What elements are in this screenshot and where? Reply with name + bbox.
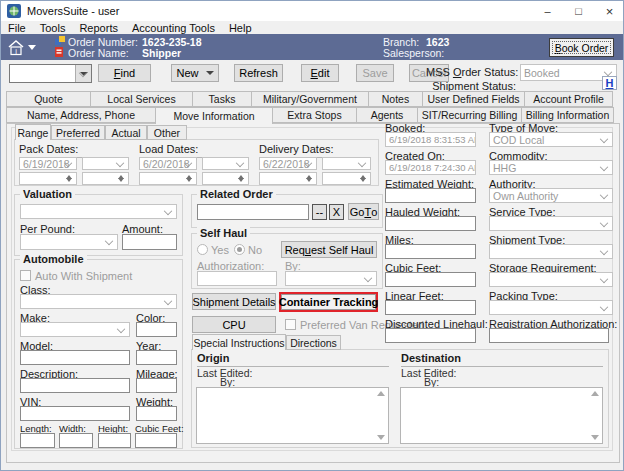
tab-directions[interactable]: Directions [286,335,341,350]
pack-time-spinner[interactable] [19,172,77,185]
scroll-down-icon[interactable] [591,435,599,440]
tab-billing-information[interactable]: Billing Information [521,107,614,123]
tab-sit-recurring-billing[interactable]: SIT/Recurring Billing [417,107,522,123]
cubic-feet-input[interactable] [385,272,476,287]
delivery-date-select-2[interactable] [322,157,371,170]
new-button[interactable]: New [171,64,219,82]
self-haul-no-radio[interactable] [234,244,245,255]
subtab-other[interactable]: Other [147,125,187,140]
scroll-down-icon[interactable] [377,435,385,440]
shipment-details-button[interactable]: Shipment Details [192,293,276,310]
close-button[interactable]: × [594,1,624,21]
miles-input[interactable] [385,244,476,259]
menu-file[interactable]: File [1,22,33,34]
auto-cubic-feet-input[interactable] [135,433,177,448]
combo-dropdown-button[interactable] [75,65,91,82]
shipment-status-history-button[interactable]: H [602,76,617,90]
minimize-button[interactable]: – [532,1,563,21]
edit-button[interactable]: Edit [301,64,339,82]
menu-tools[interactable]: Tools [33,22,73,34]
load-time-spinner-2[interactable] [202,172,249,185]
linear-feet-input[interactable] [385,300,476,315]
go-to-button[interactable]: Go To [348,203,379,220]
order-search-combo[interactable] [9,64,92,83]
menu-accounting-tools[interactable]: Accounting Tools [125,22,222,34]
service-type-select[interactable] [489,216,613,231]
related-order-clear-button[interactable]: X [329,204,344,220]
height-input[interactable] [98,433,131,448]
mileage-input[interactable] [136,378,177,393]
tab-tasks[interactable]: Tasks [192,91,252,107]
tab-extra-stops[interactable]: Extra Stops [272,107,357,123]
find-button[interactable]: Find [98,64,151,82]
destination-instructions-textarea[interactable] [400,387,603,444]
packing-type-select[interactable] [489,300,613,315]
scroll-up-icon[interactable] [377,391,385,396]
year-input[interactable] [136,350,177,365]
tab-move-information[interactable]: Move Information [155,107,273,124]
vin-input[interactable] [20,406,130,421]
authority-select[interactable]: Own Authority [489,188,613,203]
weight-input[interactable] [136,406,177,421]
menu-reports[interactable]: Reports [72,22,125,34]
container-tracking-button[interactable]: Container Tracking [281,294,376,310]
delivery-time-spinner-2[interactable] [322,172,371,185]
length-input[interactable] [20,433,55,448]
cpu-button[interactable]: CPU [192,316,276,333]
per-pound-select[interactable] [20,234,118,250]
related-order-browse-button[interactable]: -- [312,204,327,220]
valuation-select[interactable] [20,204,177,219]
request-self-haul-button[interactable]: Request Self Haul [281,241,377,258]
book-order-button[interactable]: Book Order [549,38,614,57]
subtab-range[interactable]: Range [15,124,51,140]
registration-authorization-input[interactable] [489,328,609,343]
tab-military-government[interactable]: Military/Government [251,91,369,107]
estimated-weight-input[interactable] [385,188,476,203]
color-input[interactable] [136,322,177,337]
type-of-move-select[interactable]: COD Local [489,132,613,147]
tab-special-instructions[interactable]: Special Instructions [192,334,286,350]
pack-date-select-2[interactable] [82,157,129,170]
tab-name-address-phone[interactable]: Name, Address, Phone [6,107,156,123]
authorization-input[interactable] [197,271,277,286]
refresh-button[interactable]: Refresh [234,64,283,82]
hauled-weight-input[interactable] [385,216,476,231]
pack-time-spinner-2[interactable] [82,172,129,185]
make-select[interactable] [20,322,130,337]
origin-instructions-textarea[interactable] [196,387,389,444]
delivery-date-select[interactable]: 6/22/2018 [259,157,317,170]
self-haul-by-select[interactable] [285,271,377,286]
auto-with-shipment-checkbox[interactable] [20,270,31,281]
amount-input[interactable] [122,234,177,250]
self-haul-yes-radio[interactable] [197,244,208,255]
tab-local-services[interactable]: Local Services [90,91,193,107]
shipment-type-select[interactable] [489,244,613,259]
booked-field[interactable]: 6/19/2018 8:31:53 AM [385,132,476,147]
related-order-input[interactable] [197,204,309,220]
scroll-up-icon[interactable] [591,391,599,396]
class-select[interactable] [20,294,177,309]
tab-agents[interactable]: Agents [356,107,418,123]
subtab-actual[interactable]: Actual [105,125,147,140]
model-input[interactable] [20,350,130,365]
load-date-select-2[interactable] [202,157,249,170]
home-button[interactable]: i [7,36,41,58]
description-input[interactable] [20,378,130,393]
discounted-linehaul-input[interactable] [385,328,476,343]
subtab-preferred[interactable]: Preferred [51,125,105,140]
tab-quote[interactable]: Quote [6,91,91,107]
tab-notes[interactable]: Notes [368,91,423,107]
commodity-select[interactable]: HHG [489,160,613,175]
tab-account-profile[interactable]: Account Profile [524,91,613,107]
menu-help[interactable]: Help [222,22,259,34]
pack-date-select[interactable]: 6/19/2018 [19,157,77,170]
storage-requirement-select[interactable] [489,272,613,287]
load-time-spinner[interactable] [139,172,197,185]
width-input[interactable] [59,433,93,448]
preferred-van-checkbox[interactable] [285,319,296,330]
tab-user-defined-fields[interactable]: User Defined Fields [422,91,525,107]
load-date-select[interactable]: 6/20/2018 [139,157,197,170]
delivery-time-spinner[interactable] [259,172,317,185]
created-on-field[interactable]: 6/19/2018 7:24:30 AM [385,160,476,175]
maximize-button[interactable]: □ [563,1,594,21]
